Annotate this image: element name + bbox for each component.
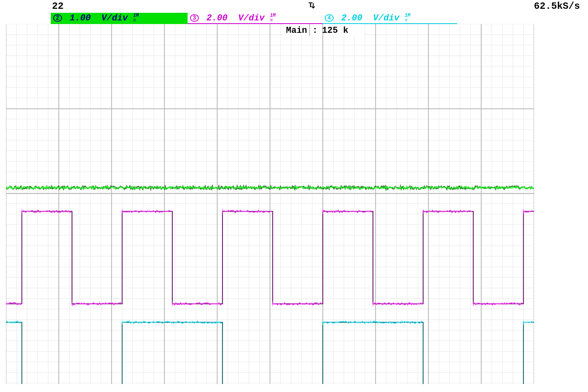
trigger-position-marker: T bbox=[308, 1, 316, 10]
channel-scale-bar: 2 1.00 V/div 1M≡ 3 2.00 V/div 1M≡ 4 2.00… bbox=[6, 13, 534, 24]
header-row: 22 T 62.5kS/s bbox=[0, 0, 588, 13]
channel-2-scale: 1.00 bbox=[70, 13, 91, 23]
channel-4-unit: V/div bbox=[373, 13, 399, 23]
oscilloscope-plot: Main : 125 k bbox=[6, 24, 534, 384]
main-timebase-value: 125 k bbox=[322, 26, 348, 36]
channel-2-icon: 2 bbox=[53, 14, 62, 22]
channel-3-panel: 3 2.00 V/div 1M≡ bbox=[188, 13, 322, 24]
channel-4-scale: 2.00 bbox=[341, 13, 362, 23]
channel-4-icon: 4 bbox=[325, 14, 334, 22]
channel-3-unit: V/div bbox=[238, 13, 264, 23]
channel-4-impedance: 1M≡ bbox=[405, 13, 410, 23]
channel-2-unit: V/div bbox=[101, 13, 128, 23]
channel-3-icon: 3 bbox=[190, 14, 199, 22]
channel-blank-1 bbox=[6, 13, 51, 24]
channel-4-panel: 4 2.00 V/div 1M≡ bbox=[322, 13, 457, 24]
channel-2-panel: 2 1.00 V/div 1M≡ bbox=[51, 13, 188, 24]
channel-3-impedance: 1M≡ bbox=[270, 13, 276, 23]
channel-blank-2 bbox=[457, 13, 534, 24]
oscilloscope-svg bbox=[6, 24, 534, 384]
svg-text:T: T bbox=[308, 1, 313, 9]
channel-2-impedance: 1M≡ bbox=[133, 13, 139, 23]
header-left-number: 22 bbox=[52, 1, 64, 12]
sample-rate: 62.5kS/s bbox=[534, 1, 580, 12]
channel-3-scale: 2.00 bbox=[206, 13, 228, 23]
main-timebase-label: Main : bbox=[286, 26, 318, 36]
